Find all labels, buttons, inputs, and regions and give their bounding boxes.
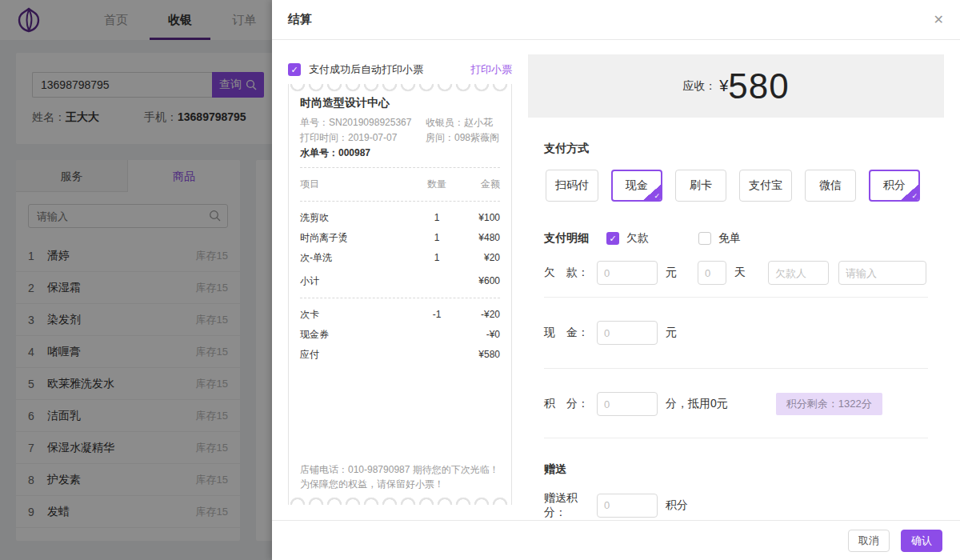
debt-checkbox-label: 欠款 — [626, 231, 649, 246]
close-icon[interactable]: ✕ — [934, 14, 944, 26]
pay-method-cash[interactable]: 现金✓ — [611, 170, 662, 202]
points-label: 积 分： — [544, 397, 597, 411]
receipt-divider — [300, 167, 500, 168]
receipt-item: 时尚离子烫1¥480 — [300, 228, 500, 248]
points-amount-input[interactable] — [597, 392, 658, 416]
cash-row: 现 金： 元 — [528, 321, 944, 345]
points-balance-badge: 积分剩余：1322分 — [776, 393, 882, 415]
print-receipt-link[interactable]: 打印小票 — [470, 62, 512, 77]
debt-note-input[interactable] — [838, 261, 926, 285]
cash-amount-input[interactable] — [597, 321, 658, 345]
debtor-input[interactable] — [768, 261, 829, 285]
modal-header: 结算 ✕ — [272, 0, 960, 40]
free-checkbox[interactable] — [698, 232, 711, 245]
payment-methods-title: 支付方式 — [528, 142, 944, 156]
payment-methods-row: 扫码付 现金✓ 刷卡 支付宝 微信 积分✓ — [528, 170, 944, 202]
debt-row: 欠 款： 元 天 — [528, 261, 944, 285]
free-checkbox-label: 免单 — [718, 231, 741, 246]
gift-points-label: 赠送积分： — [544, 491, 597, 520]
modal-footer: 取消 确认 — [272, 520, 960, 560]
receipt-item: 洗剪吹1¥100 — [300, 208, 500, 228]
auto-print-checkbox[interactable]: ✓ — [288, 63, 301, 76]
points-suffix: 分，抵用0元 — [666, 397, 728, 411]
receipt-columns-header: 项目 数量 金额 — [300, 174, 500, 194]
debt-checkbox[interactable]: ✓ — [606, 232, 619, 245]
payable-banner: 应收： ¥ 580 — [528, 54, 944, 118]
day-unit: 天 — [734, 266, 746, 280]
selected-check-icon: ✓ — [900, 184, 919, 201]
cancel-button[interactable]: 取消 — [848, 530, 890, 552]
settlement-modal: 结算 ✕ ✓ 支付成功后自动打印小票 打印小票 时尚造型设计中心 单号：SN20… — [272, 0, 960, 560]
modal-title: 结算 — [288, 12, 312, 27]
receipt-payable: 应付¥580 — [300, 345, 500, 365]
pay-method-alipay[interactable]: 支付宝 — [739, 170, 792, 202]
payment-detail-title: 支付明细 — [544, 231, 589, 246]
divider — [544, 368, 928, 369]
payment-column: 应收： ¥ 580 支付方式 扫码付 现金✓ 刷卡 支付宝 微信 积分✓ 支付明… — [528, 40, 944, 520]
yuan-unit: 元 — [666, 326, 677, 340]
debt-amount-input[interactable] — [597, 261, 658, 285]
receipt-meta: 单号：SN2019098925367 收银员：赵小花 打印时间：2019-07-… — [300, 115, 500, 161]
confirm-button[interactable]: 确认 — [901, 530, 942, 552]
pay-method-points[interactable]: 积分✓ — [869, 170, 920, 202]
debt-label: 欠 款： — [544, 266, 597, 280]
payable-amount: 580 — [728, 66, 789, 106]
selected-check-icon: ✓ — [642, 184, 662, 201]
pay-method-wechat[interactable]: 微信 — [805, 170, 856, 202]
receipt-footer-note: 店铺电话：010-98790987 期待您的下次光临！ 为保障您的权益，请保留好… — [300, 462, 500, 494]
pay-method-card[interactable]: 刷卡 — [675, 170, 726, 202]
points-row: 积 分： 分，抵用0元 积分剩余：1322分 — [528, 392, 944, 416]
divider — [544, 438, 928, 438]
cash-label: 现 金： — [544, 326, 597, 340]
check-icon: ✓ — [290, 65, 298, 75]
gift-points-input[interactable] — [597, 494, 658, 518]
debt-days-input[interactable] — [698, 261, 726, 285]
check-icon: ✓ — [609, 234, 616, 244]
pay-method-scan[interactable]: 扫码付 — [546, 170, 598, 202]
receipt-deduction: 次卡-1-¥20 — [300, 305, 500, 325]
receipt-preview: 时尚造型设计中心 单号：SN2019098925367 收银员：赵小花 打印时间… — [288, 84, 512, 505]
receipt-deduction: 现金券-¥0 — [300, 325, 500, 345]
receipt-item: 次-单洗1¥20 — [300, 248, 500, 268]
receipt-subtotal: 小计¥600 — [300, 271, 500, 291]
currency-symbol: ¥ — [719, 77, 728, 95]
receipt-divider — [300, 201, 500, 202]
receipt-scallop-top — [289, 84, 511, 93]
receipt-column: ✓ 支付成功后自动打印小票 打印小票 时尚造型设计中心 单号：SN2019098… — [288, 40, 512, 520]
points-unit: 积分 — [666, 498, 688, 513]
receipt-divider — [300, 298, 500, 298]
gift-row: 赠送积分： 积分 — [528, 491, 944, 520]
receipt-scallop-bottom — [289, 496, 511, 505]
receipt-store-name: 时尚造型设计中心 — [300, 96, 500, 110]
gift-title: 赠送 — [528, 462, 944, 477]
auto-print-label: 支付成功后自动打印小票 — [309, 62, 423, 77]
divider — [544, 297, 928, 298]
yuan-unit: 元 — [666, 266, 677, 280]
